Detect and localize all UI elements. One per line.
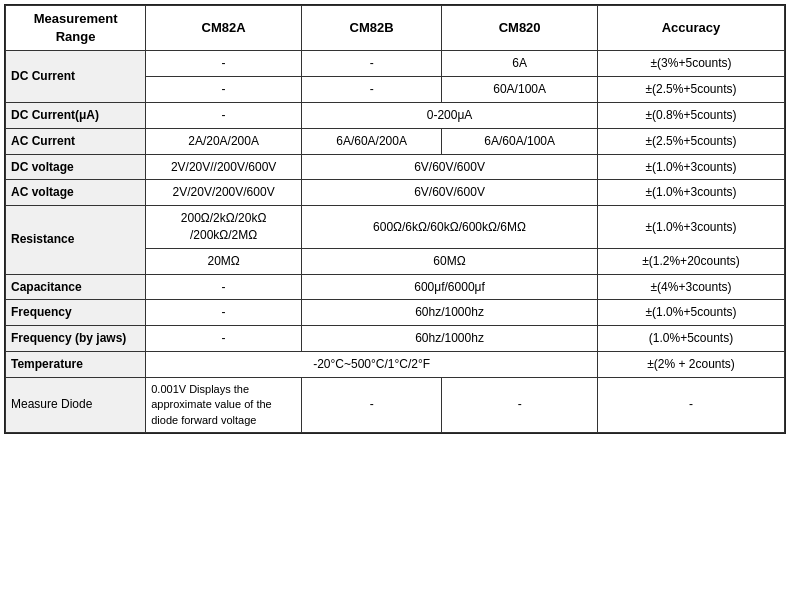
resistance-r1-cm82b-cm820: 600Ω/6kΩ/60kΩ/600kΩ/6MΩ — [302, 206, 598, 249]
table-row: Frequency (by jaws) - 60hz/1000hz (1.0%+… — [6, 326, 785, 352]
table-row: Resistance 200Ω/2kΩ/20kΩ /200kΩ/2MΩ 600Ω… — [6, 206, 785, 249]
header-range: Measurement Range — [6, 6, 146, 51]
table-row: Frequency - 60hz/1000hz ±(1.0%+5counts) — [6, 300, 785, 326]
specifications-table: Measurement Range CM82A CM82B CM820 Accu… — [5, 5, 785, 433]
temperature-accuracy: ±(2% + 2counts) — [598, 351, 785, 377]
resistance-r2-accuracy: ±(1.2%+20counts) — [598, 248, 785, 274]
ac-voltage-accuracy: ±(1.0%+3counts) — [598, 180, 785, 206]
label-frequency-jaws: Frequency (by jaws) — [6, 326, 146, 352]
dc-voltage-cm82a: 2V/20V//200V/600V — [146, 154, 302, 180]
label-dc-current: DC Current — [6, 51, 146, 103]
main-table-wrapper: Measurement Range CM82A CM82B CM820 Accu… — [4, 4, 786, 434]
frequency-cm82b-cm820: 60hz/1000hz — [302, 300, 598, 326]
frequency-cm82a: - — [146, 300, 302, 326]
ac-current-cm820: 6A/60A/100A — [442, 128, 598, 154]
ac-current-cm82a: 2A/20A/200A — [146, 128, 302, 154]
measure-diode-cm82a: 0.001V Displays the approximate value of… — [146, 377, 302, 432]
table-row: Temperature -20°C~500°C/1°C/2°F ±(2% + 2… — [6, 351, 785, 377]
measure-diode-accuracy: - — [598, 377, 785, 432]
table-row: DC Current - - 6A ±(3%+5counts) — [6, 51, 785, 77]
ac-current-cm82b: 6A/60A/200A — [302, 128, 442, 154]
capacitance-cm82b-cm820: 600μf/6000μf — [302, 274, 598, 300]
table-row: Capacitance - 600μf/6000μf ±(4%+3counts) — [6, 274, 785, 300]
dc-voltage-cm82b-cm820: 6V/60V/600V — [302, 154, 598, 180]
dc-current-ua-cm82a: - — [146, 102, 302, 128]
dc-voltage-accuracy: ±(1.0%+3counts) — [598, 154, 785, 180]
resistance-r1-cm82a: 200Ω/2kΩ/20kΩ /200kΩ/2MΩ — [146, 206, 302, 249]
frequency-jaws-cm82a: - — [146, 326, 302, 352]
resistance-r2-cm82b-cm820: 60MΩ — [302, 248, 598, 274]
resistance-r1-accuracy: ±(1.0%+3counts) — [598, 206, 785, 249]
capacitance-cm82a: - — [146, 274, 302, 300]
label-frequency: Frequency — [6, 300, 146, 326]
dc-current-r1-accuracy: ±(3%+5counts) — [598, 51, 785, 77]
table-row: DC Current(μA) - 0-200μA ±(0.8%+5counts) — [6, 102, 785, 128]
label-dc-current-ua: DC Current(μA) — [6, 102, 146, 128]
dc-current-r1-cm82a: - — [146, 51, 302, 77]
ac-voltage-cm82b-cm820: 6V/60V/600V — [302, 180, 598, 206]
header-accuracy: Accuracy — [598, 6, 785, 51]
frequency-accuracy: ±(1.0%+5counts) — [598, 300, 785, 326]
frequency-jaws-cm82b-cm820: 60hz/1000hz — [302, 326, 598, 352]
label-ac-current: AC Current — [6, 128, 146, 154]
resistance-r2-cm82a: 20MΩ — [146, 248, 302, 274]
dc-current-r2-cm82b: - — [302, 77, 442, 103]
capacitance-accuracy: ±(4%+3counts) — [598, 274, 785, 300]
dc-current-r1-cm82b: - — [302, 51, 442, 77]
header-cm82b: CM82B — [302, 6, 442, 51]
label-temperature: Temperature — [6, 351, 146, 377]
label-ac-voltage: AC voltage — [6, 180, 146, 206]
table-row: DC voltage 2V/20V//200V/600V 6V/60V/600V… — [6, 154, 785, 180]
dc-current-ua-cm82b-cm820: 0-200μA — [302, 102, 598, 128]
dc-current-r2-cm820: 60A/100A — [442, 77, 598, 103]
table-row: Measure Diode 0.001V Displays the approx… — [6, 377, 785, 432]
table-row: AC voltage 2V/20V/200V/600V 6V/60V/600V … — [6, 180, 785, 206]
table-row: AC Current 2A/20A/200A 6A/60A/200A 6A/60… — [6, 128, 785, 154]
label-dc-voltage: DC voltage — [6, 154, 146, 180]
label-measure-diode: Measure Diode — [6, 377, 146, 432]
temperature-range: -20°C~500°C/1°C/2°F — [146, 351, 598, 377]
frequency-jaws-accuracy: (1.0%+5counts) — [598, 326, 785, 352]
label-capacitance: Capacitance — [6, 274, 146, 300]
measure-diode-cm820: - — [442, 377, 598, 432]
dc-current-ua-accuracy: ±(0.8%+5counts) — [598, 102, 785, 128]
label-resistance: Resistance — [6, 206, 146, 274]
dc-current-r2-accuracy: ±(2.5%+5counts) — [598, 77, 785, 103]
header-cm82a: CM82A — [146, 6, 302, 51]
header-cm820: CM820 — [442, 6, 598, 51]
dc-current-r1-cm820: 6A — [442, 51, 598, 77]
dc-current-r2-cm82a: - — [146, 77, 302, 103]
ac-current-accuracy: ±(2.5%+5counts) — [598, 128, 785, 154]
measure-diode-cm82b: - — [302, 377, 442, 432]
ac-voltage-cm82a: 2V/20V/200V/600V — [146, 180, 302, 206]
